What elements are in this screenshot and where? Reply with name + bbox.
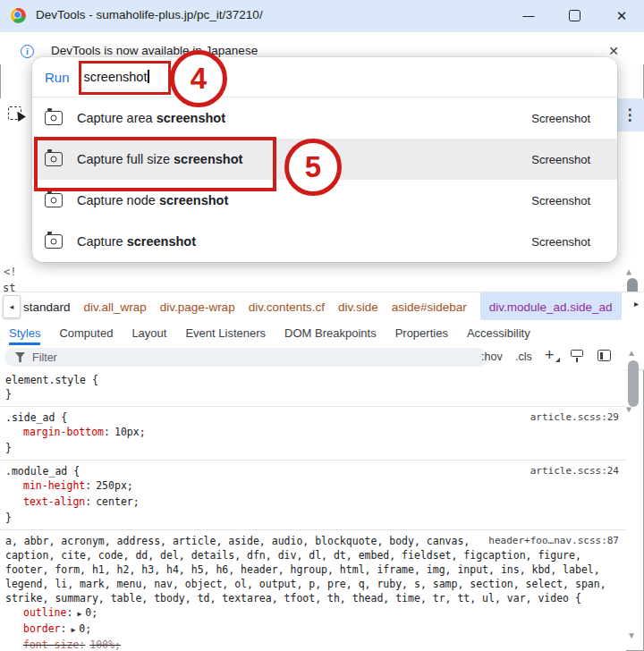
style-rule-reset[interactable]: header+foo…nav.scss:87 a, abbr, acronym,… xyxy=(0,530,626,651)
menu-item-category: Screenshot xyxy=(531,235,590,249)
style-rule-side-ad[interactable]: article.scss:29 .side_ad { margin-bottom… xyxy=(0,407,626,461)
tab-accessibility[interactable]: Accessibility xyxy=(467,320,530,345)
info-icon: i xyxy=(21,45,34,58)
menu-item-capture-screenshot[interactable]: Capture screenshot Screenshot xyxy=(32,221,617,262)
annotation-box-4 xyxy=(79,61,171,95)
css-property[interactable]: outline:▶0; xyxy=(5,605,619,621)
camera-icon xyxy=(45,193,63,207)
tab-dom-breakpoints[interactable]: DOM Breakpoints xyxy=(284,320,377,345)
sidebar-layout-icon[interactable] xyxy=(597,350,611,361)
tab-computed[interactable]: Computed xyxy=(59,320,113,345)
scroll-up-icon[interactable]: ▲ xyxy=(626,266,631,276)
breadcrumb: standard div.all_wrap div.page-wrap div.… xyxy=(0,292,644,322)
menu-item-capture-area-screenshot[interactable]: Capture area screenshot Screenshot xyxy=(32,97,617,139)
chrome-logo-icon xyxy=(11,8,26,23)
annotation-circle-5: 5 xyxy=(284,139,342,196)
breadcrumb-scroll-left-icon[interactable]: ◂ xyxy=(3,295,21,318)
rule-source-link[interactable]: article.scss:24 xyxy=(530,464,619,478)
breadcrumb-scroll-right-icon[interactable]: ▸ xyxy=(634,299,639,309)
breadcrumb-items: standard div.all_wrap div.page-wrap div.… xyxy=(23,292,622,321)
annotation-circle-4: 4 xyxy=(170,50,227,107)
filter-icon xyxy=(15,352,25,362)
tab-event-listeners[interactable]: Event Listeners xyxy=(185,320,266,345)
breadcrumb-item-sidebar[interactable]: aside#sidebar xyxy=(392,300,467,314)
style-rule-element[interactable]: element.style { } xyxy=(0,369,626,407)
menu-item-label: Capture screenshot xyxy=(77,234,196,249)
code-fragment-comment: <! xyxy=(4,266,16,278)
run-label: Run xyxy=(45,70,70,85)
window-title: DevTools - sumaholife-plus.jp/pc_it/3721… xyxy=(36,8,263,21)
breadcrumb-item-side[interactable]: div.side xyxy=(338,300,378,314)
rule-source-link[interactable]: article.scss:29 xyxy=(530,410,619,425)
rule-selector: .side_ad { xyxy=(5,410,619,425)
menu-item-label: Capture area screenshot xyxy=(77,111,225,125)
minimize-button[interactable]: — xyxy=(513,0,544,31)
annotation-box-5 xyxy=(34,137,276,191)
tab-layout[interactable]: Layout xyxy=(131,320,166,345)
notification-text: DevTools is now available in Japanese xyxy=(51,44,258,57)
camera-icon xyxy=(45,234,63,249)
filter-input[interactable]: Filter xyxy=(4,348,487,367)
filter-placeholder: Filter xyxy=(32,351,57,364)
breadcrumb-item-module-ad[interactable]: div.module_ad.side_ad xyxy=(480,292,622,321)
window-titlebar: DevTools - sumaholife-plus.jp/pc_it/3721… xyxy=(0,0,644,33)
styles-pane: element.style { } article.scss:29 .side_… xyxy=(0,369,626,651)
breadcrumb-item-standard[interactable]: standard xyxy=(23,300,71,314)
devtools-window: DevTools - sumaholife-plus.jp/pc_it/3721… xyxy=(0,0,644,651)
breadcrumb-item-all-wrap[interactable]: div.all_wrap xyxy=(84,300,147,314)
breadcrumb-item-page-wrap[interactable]: div.page-wrap xyxy=(160,300,235,314)
maximize-icon xyxy=(569,10,580,21)
css-property[interactable]: min-height:250px; xyxy=(5,478,619,495)
scroll-up-icon[interactable]: ▲ xyxy=(627,348,636,358)
tab-styles[interactable]: Styles xyxy=(9,320,40,345)
rule-selector: element.style { xyxy=(5,373,619,387)
camera-icon xyxy=(45,111,63,125)
maximize-button[interactable] xyxy=(559,0,589,31)
css-property-overridden[interactable]: font-size:100%; xyxy=(5,638,619,651)
toggle-class-button[interactable]: .cls xyxy=(515,351,532,363)
css-property[interactable]: border:▶0; xyxy=(5,621,619,638)
rule-close-brace: } xyxy=(5,387,619,402)
rule-source-link[interactable]: header+foo…nav.scss:87 xyxy=(488,534,619,548)
css-property[interactable]: margin-bottom:10px; xyxy=(5,425,619,441)
more-options-icon[interactable]: ⋮ xyxy=(621,103,639,126)
menu-item-label: Capture node screenshot xyxy=(77,193,228,207)
styles-scrollbar-thumb[interactable] xyxy=(628,360,639,407)
menu-item-category: Screenshot xyxy=(531,153,590,166)
menu-item-category: Screenshot xyxy=(531,194,590,207)
tab-properties[interactable]: Properties xyxy=(395,320,448,345)
rule-selector: .module_ad { xyxy=(5,464,619,478)
scroll-down-icon[interactable]: ▼ xyxy=(627,630,636,640)
new-style-rule-button[interactable]: + xyxy=(545,346,555,365)
rule-close-brace: } xyxy=(5,511,619,525)
breadcrumb-item-contents[interactable]: div.contents.cf xyxy=(249,300,325,314)
toggle-hover-state-button[interactable]: :hov xyxy=(481,351,503,363)
sidebar-tabs: Styles Computed Layout Event Listeners D… xyxy=(0,320,644,346)
rendering-brush-icon[interactable] xyxy=(571,350,584,362)
command-run-row: Run screenshot xyxy=(32,57,617,97)
css-property[interactable]: text-align:center; xyxy=(5,495,619,511)
style-rule-module-ad[interactable]: article.scss:24 .module_ad { min-height:… xyxy=(0,461,626,530)
menu-item-category: Screenshot xyxy=(531,112,590,125)
close-window-button[interactable]: ✕ xyxy=(606,0,637,31)
rule-close-brace: } xyxy=(5,441,619,455)
